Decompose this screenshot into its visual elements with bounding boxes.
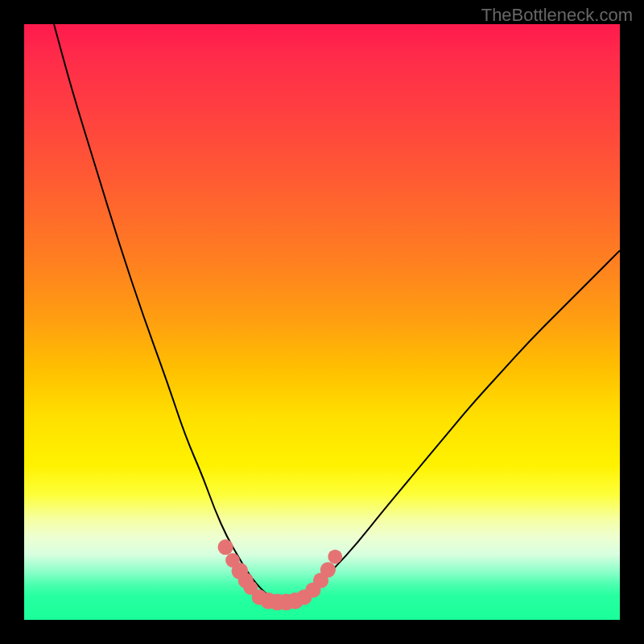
- curve-marker: [218, 539, 233, 555]
- chart-svg: [24, 24, 620, 620]
- curve-marker: [328, 550, 342, 564]
- marker-group: [218, 539, 343, 610]
- curve-marker: [320, 562, 336, 577]
- watermark-text: TheBottleneck.com: [481, 5, 633, 26]
- chart-plot-area: [24, 24, 620, 620]
- bottleneck-curve-path: [54, 24, 620, 601]
